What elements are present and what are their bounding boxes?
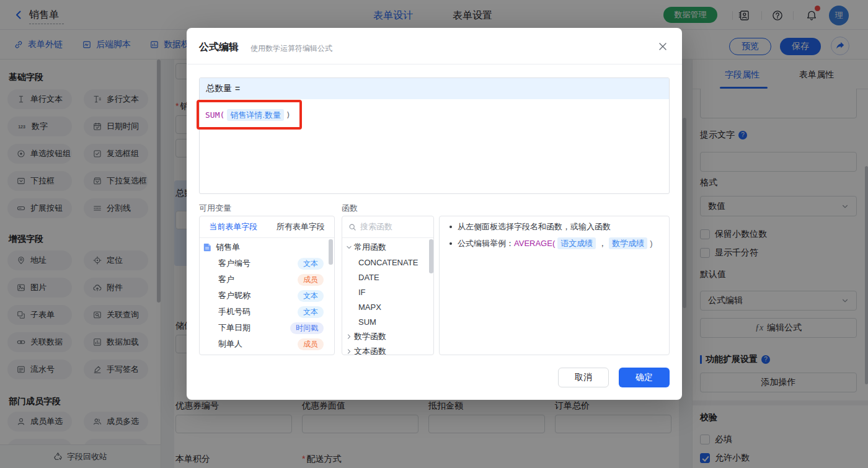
formula-editor[interactable]: 总数量 = SUM( 销售详情.数量 ) <box>199 77 670 194</box>
variable-name: 下单日期 <box>218 322 250 333</box>
chevron-right-icon <box>346 333 352 340</box>
function-group-row[interactable]: 文本函数 <box>342 344 433 355</box>
tab-current-form-fields[interactable]: 当前表单字段 <box>200 216 267 237</box>
cancel-button[interactable]: 取消 <box>558 368 609 387</box>
formula-target: 总数量 = <box>200 78 669 99</box>
variable-row[interactable] <box>200 352 334 355</box>
variable-row[interactable]: 下单日期时间戳 <box>200 320 334 336</box>
tip-row: 从左侧面板选择字段名和函数，或输入函数 <box>450 221 611 232</box>
function-name: CONCATENATE <box>358 258 418 267</box>
function-name: SUM <box>358 317 376 327</box>
dialog-title: 公式编辑 <box>199 41 239 54</box>
functions-scrollbar[interactable] <box>429 239 433 273</box>
formula-edit-dialog: 公式编辑 使用数学运算符编辑公式 总数量 = SUM( 销售详情.数量 ) 可用… <box>187 28 682 400</box>
tip-text: 公式编辑举例： <box>458 238 514 249</box>
function-group-label: 常用函数 <box>354 242 386 253</box>
variable-row[interactable]: 手机号码文本 <box>200 304 334 320</box>
tab-all-form-fields[interactable]: 所有表单字段 <box>267 216 335 237</box>
functions-label: 函数 <box>342 203 358 214</box>
variables-panel: 当前表单字段 所有表单字段 销售单客户编号文本客户成员客户昵称文本手机号码文本下… <box>199 216 335 355</box>
tip-text: ， <box>598 238 606 249</box>
variable-type-badge <box>300 355 324 356</box>
variable-type-badge: 成员 <box>298 274 324 286</box>
variable-name: 客户昵称 <box>218 290 250 301</box>
function-search[interactable]: 搜索函数 <box>342 216 433 238</box>
variable-row[interactable]: 客户编号文本 <box>200 255 334 272</box>
function-item-row[interactable]: CONCATENATE <box>342 255 433 270</box>
dialog-subtitle: 使用数学运算符编辑公式 <box>250 43 332 54</box>
search-icon <box>348 223 356 231</box>
target-field-name: 总数量 <box>206 83 232 94</box>
variable-type-badge: 成员 <box>298 338 324 350</box>
variable-row[interactable]: 制单人成员 <box>200 336 334 352</box>
function-item-row[interactable]: DATE <box>342 270 433 285</box>
function-item-row[interactable]: SUM <box>342 314 433 329</box>
function-name: IF <box>358 288 366 297</box>
variable-name: 客户 <box>218 274 234 285</box>
search-placeholder: 搜索函数 <box>360 221 392 232</box>
variable-type-badge: 文本 <box>298 258 324 270</box>
close-icon[interactable] <box>655 39 670 54</box>
bullet-dot <box>450 226 452 228</box>
chevron-right-icon <box>346 348 352 355</box>
tip-row: 公式编辑举例：AVERAGE(语文成绩，数学成绩) <box>450 237 653 249</box>
tip-text: 从左侧面板选择字段名和函数，或输入函数 <box>458 221 611 232</box>
variable-name: 手机号码 <box>218 306 250 317</box>
form-node-row[interactable]: 销售单 <box>200 239 334 255</box>
function-group-label: 文本函数 <box>354 346 386 355</box>
annotation-red-box <box>197 100 302 130</box>
function-name: MAPX <box>358 302 381 312</box>
variables-label: 可用变量 <box>199 203 231 214</box>
function-group-label: 数学函数 <box>354 331 386 342</box>
variable-name: 客户编号 <box>218 258 250 269</box>
example-field-chip: 语文成绩 <box>557 237 596 249</box>
variables-scrollbar[interactable] <box>329 239 333 265</box>
equals-sign: = <box>235 84 240 94</box>
function-group-row[interactable]: 常用函数 <box>342 240 433 255</box>
function-name: DATE <box>358 273 379 282</box>
ok-button[interactable]: 确定 <box>619 368 670 387</box>
file-icon <box>203 243 211 252</box>
variables-tabs: 当前表单字段 所有表单字段 <box>200 216 334 238</box>
function-item-row[interactable]: IF <box>342 285 433 299</box>
function-item-row[interactable]: MAPX <box>342 299 433 314</box>
variable-type-badge: 文本 <box>298 290 324 302</box>
bullet-dot <box>450 242 452 245</box>
tip-text: ) <box>650 239 652 248</box>
tip-text: AVERAGE( <box>514 239 555 248</box>
variable-type-badge: 文本 <box>298 306 324 318</box>
function-group-row[interactable]: 数学函数 <box>342 329 433 344</box>
tips-panel: 从左侧面板选择字段名和函数，或输入函数公式编辑举例：AVERAGE(语文成绩，数… <box>439 216 670 355</box>
variable-name: 制单人 <box>218 338 242 350</box>
example-field-chip: 数学成绩 <box>609 237 647 249</box>
divider <box>187 64 682 64</box>
variable-row[interactable]: 客户成员 <box>200 272 334 288</box>
form-node-label: 销售单 <box>216 242 240 253</box>
variable-row[interactable]: 客户昵称文本 <box>200 288 334 304</box>
functions-panel: 搜索函数 常用函数CONCATENATEDATEIFMAPXSUM数学函数文本函… <box>342 216 434 355</box>
chevron-down-icon <box>346 244 352 250</box>
variable-type-badge: 时间戳 <box>290 322 324 334</box>
